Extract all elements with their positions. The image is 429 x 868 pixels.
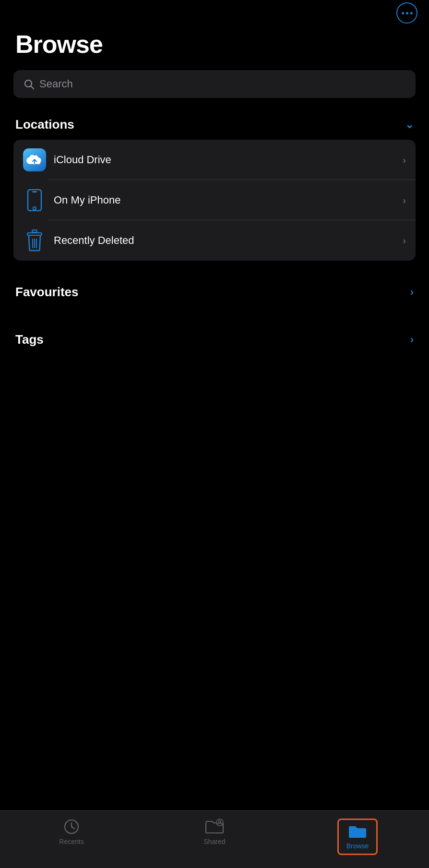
favourites-title: Favourites <box>15 285 79 300</box>
location-item-icloud[interactable]: iCloud Drive › <box>13 140 416 180</box>
icloud-drive-label: iCloud Drive <box>54 154 403 166</box>
favourites-chevron-icon: › <box>410 286 414 299</box>
icloud-drive-chevron-icon: › <box>403 155 406 166</box>
location-item-deleted[interactable]: Recently Deleted › <box>13 220 416 261</box>
icloud-drive-icon <box>23 148 46 171</box>
tab-bar: Recents Shared Browse <box>0 810 429 868</box>
locations-list: iCloud Drive › On My iPhone › <box>13 140 416 261</box>
tags-row[interactable]: Tags › <box>13 324 416 356</box>
recently-deleted-chevron-icon: › <box>403 235 406 246</box>
more-dots-icon <box>402 12 413 14</box>
browse-folder-icon <box>348 824 367 839</box>
locations-title: Locations <box>15 117 74 132</box>
favourites-row[interactable]: Favourites › <box>13 276 416 308</box>
search-bar[interactable]: Search <box>13 70 416 98</box>
trash-svg-icon <box>26 229 43 252</box>
locations-chevron-down-icon: ⌄ <box>405 119 414 131</box>
tab-browse[interactable]: Browse <box>286 819 429 855</box>
svg-point-5 <box>33 207 36 210</box>
tab-recents[interactable]: Recents <box>0 819 143 845</box>
shared-icon <box>205 819 224 835</box>
svg-rect-3 <box>28 190 41 211</box>
locations-section: Locations ⌄ iCloud Drive › <box>13 113 416 261</box>
location-item-iphone[interactable]: On My iPhone › <box>13 180 416 220</box>
browse-tab-label: Browse <box>346 842 369 850</box>
svg-rect-4 <box>32 191 37 193</box>
status-bar <box>0 0 429 26</box>
recents-icon <box>63 819 80 835</box>
recently-deleted-label: Recently Deleted <box>54 234 403 247</box>
browse-tab-highlight: Browse <box>337 819 378 855</box>
svg-rect-6 <box>32 230 37 232</box>
tags-section: Tags › <box>13 324 416 356</box>
search-icon <box>23 78 35 90</box>
tags-title: Tags <box>15 332 44 347</box>
iphone-svg-icon <box>27 189 42 211</box>
tags-chevron-icon: › <box>410 334 414 346</box>
shared-tab-label: Shared <box>203 838 225 845</box>
tab-shared[interactable]: Shared <box>143 819 286 845</box>
more-button[interactable] <box>396 2 417 24</box>
svg-rect-7 <box>27 233 42 235</box>
page-title: Browse <box>0 26 429 70</box>
svg-line-13 <box>72 827 74 829</box>
search-placeholder: Search <box>39 78 73 90</box>
locations-header[interactable]: Locations ⌄ <box>13 113 416 140</box>
favourites-section: Favourites › <box>13 276 416 308</box>
iphone-location-icon <box>23 189 46 212</box>
on-my-iphone-label: On My iPhone <box>54 194 403 206</box>
trash-location-icon <box>23 229 46 252</box>
cloud-svg-icon <box>25 153 44 167</box>
on-my-iphone-chevron-icon: › <box>403 195 406 206</box>
recents-tab-label: Recents <box>59 838 83 845</box>
svg-line-1 <box>31 86 34 89</box>
